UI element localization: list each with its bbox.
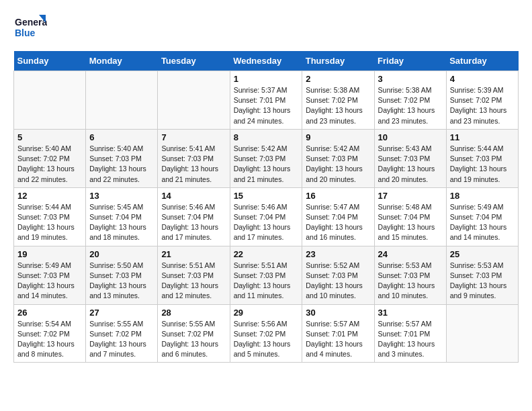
day-number: 31: [378, 308, 443, 318]
weekday-header: Tuesday: [158, 51, 230, 71]
day-number: 8: [234, 132, 299, 142]
weekday-header: Friday: [374, 51, 446, 71]
svg-text:Blue: Blue: [15, 28, 36, 38]
calendar-table: SundayMondayTuesdayWednesdayThursdayFrid…: [13, 51, 519, 363]
day-info: Sunrise: 5:46 AM Sunset: 7:04 PM Dayligh…: [161, 202, 226, 243]
calendar-cell: 26Sunrise: 5:54 AM Sunset: 7:02 PM Dayli…: [14, 304, 86, 363]
day-number: 26: [17, 308, 82, 318]
day-number: 6: [89, 132, 154, 142]
calendar-cell: 23Sunrise: 5:52 AM Sunset: 7:03 PM Dayli…: [302, 246, 374, 304]
logo: GeneralBlue: [13, 13, 47, 40]
day-info: Sunrise: 5:49 AM Sunset: 7:04 PM Dayligh…: [450, 202, 515, 243]
day-info: Sunrise: 5:55 AM Sunset: 7:02 PM Dayligh…: [161, 319, 226, 360]
day-info: Sunrise: 5:53 AM Sunset: 7:03 PM Dayligh…: [450, 261, 515, 302]
day-number: 9: [306, 132, 370, 142]
day-info: Sunrise: 5:51 AM Sunset: 7:03 PM Dayligh…: [161, 261, 226, 302]
day-number: 19: [17, 249, 82, 259]
calendar-cell: 10Sunrise: 5:43 AM Sunset: 7:03 PM Dayli…: [374, 129, 446, 187]
calendar-cell: 13Sunrise: 5:45 AM Sunset: 7:04 PM Dayli…: [86, 187, 158, 246]
day-number: 11: [450, 132, 515, 142]
day-number: 7: [161, 132, 226, 142]
calendar-cell: 16Sunrise: 5:47 AM Sunset: 7:04 PM Dayli…: [302, 187, 374, 246]
day-info: Sunrise: 5:45 AM Sunset: 7:04 PM Dayligh…: [89, 202, 154, 243]
day-number: 4: [450, 74, 515, 84]
day-info: Sunrise: 5:57 AM Sunset: 7:01 PM Dayligh…: [378, 319, 443, 360]
calendar-cell: 9Sunrise: 5:42 AM Sunset: 7:03 PM Daylig…: [302, 129, 374, 187]
day-info: Sunrise: 5:44 AM Sunset: 7:03 PM Dayligh…: [17, 202, 82, 243]
day-number: 17: [378, 191, 443, 201]
header: GeneralBlue: [13, 13, 519, 40]
calendar-cell: 14Sunrise: 5:46 AM Sunset: 7:04 PM Dayli…: [158, 187, 230, 246]
weekday-header: Sunday: [14, 51, 86, 71]
day-info: Sunrise: 5:51 AM Sunset: 7:03 PM Dayligh…: [234, 261, 299, 302]
calendar-cell: 11Sunrise: 5:44 AM Sunset: 7:03 PM Dayli…: [446, 129, 518, 187]
day-number: 10: [378, 132, 443, 142]
calendar-cell: 31Sunrise: 5:57 AM Sunset: 7:01 PM Dayli…: [374, 304, 446, 363]
day-number: 30: [306, 308, 370, 318]
day-info: Sunrise: 5:42 AM Sunset: 7:03 PM Dayligh…: [234, 144, 299, 185]
day-number: 15: [234, 191, 299, 201]
day-info: Sunrise: 5:41 AM Sunset: 7:03 PM Dayligh…: [161, 144, 226, 185]
day-info: Sunrise: 5:43 AM Sunset: 7:03 PM Dayligh…: [378, 144, 443, 185]
calendar-cell: [158, 71, 230, 130]
calendar-cell: 4Sunrise: 5:39 AM Sunset: 7:02 PM Daylig…: [446, 71, 518, 130]
calendar-cell: [86, 71, 158, 130]
weekday-header: Saturday: [446, 51, 518, 71]
day-info: Sunrise: 5:49 AM Sunset: 7:03 PM Dayligh…: [17, 261, 82, 302]
day-number: 21: [161, 249, 226, 259]
calendar-cell: 28Sunrise: 5:55 AM Sunset: 7:02 PM Dayli…: [158, 304, 230, 363]
calendar-cell: 25Sunrise: 5:53 AM Sunset: 7:03 PM Dayli…: [446, 246, 518, 304]
day-number: 27: [89, 308, 154, 318]
day-info: Sunrise: 5:57 AM Sunset: 7:01 PM Dayligh…: [306, 319, 370, 360]
calendar-cell: 18Sunrise: 5:49 AM Sunset: 7:04 PM Dayli…: [446, 187, 518, 246]
day-number: 25: [450, 249, 515, 259]
day-number: 16: [306, 191, 370, 201]
calendar-cell: 1Sunrise: 5:37 AM Sunset: 7:01 PM Daylig…: [230, 71, 302, 130]
calendar-cell: 15Sunrise: 5:46 AM Sunset: 7:04 PM Dayli…: [230, 187, 302, 246]
day-info: Sunrise: 5:42 AM Sunset: 7:03 PM Dayligh…: [306, 144, 370, 185]
calendar-cell: 5Sunrise: 5:40 AM Sunset: 7:02 PM Daylig…: [14, 129, 86, 187]
calendar-cell: 8Sunrise: 5:42 AM Sunset: 7:03 PM Daylig…: [230, 129, 302, 187]
calendar-cell: 24Sunrise: 5:53 AM Sunset: 7:03 PM Dayli…: [374, 246, 446, 304]
day-number: 18: [450, 191, 515, 201]
day-info: Sunrise: 5:37 AM Sunset: 7:01 PM Dayligh…: [234, 85, 299, 126]
calendar-week-row: 19Sunrise: 5:49 AM Sunset: 7:03 PM Dayli…: [14, 246, 519, 304]
calendar-cell: 19Sunrise: 5:49 AM Sunset: 7:03 PM Dayli…: [14, 246, 86, 304]
day-number: 5: [17, 132, 82, 142]
day-number: 14: [161, 191, 226, 201]
calendar-week-row: 5Sunrise: 5:40 AM Sunset: 7:02 PM Daylig…: [14, 129, 519, 187]
calendar-cell: 7Sunrise: 5:41 AM Sunset: 7:03 PM Daylig…: [158, 129, 230, 187]
day-number: 2: [306, 74, 370, 84]
day-info: Sunrise: 5:50 AM Sunset: 7:03 PM Dayligh…: [89, 261, 154, 302]
day-info: Sunrise: 5:48 AM Sunset: 7:04 PM Dayligh…: [378, 202, 443, 243]
day-number: 24: [378, 249, 443, 259]
day-info: Sunrise: 5:38 AM Sunset: 7:02 PM Dayligh…: [306, 85, 370, 126]
day-info: Sunrise: 5:39 AM Sunset: 7:02 PM Dayligh…: [450, 85, 515, 126]
day-info: Sunrise: 5:40 AM Sunset: 7:03 PM Dayligh…: [89, 144, 154, 185]
day-info: Sunrise: 5:44 AM Sunset: 7:03 PM Dayligh…: [450, 144, 515, 185]
day-info: Sunrise: 5:40 AM Sunset: 7:02 PM Dayligh…: [17, 144, 82, 185]
day-info: Sunrise: 5:53 AM Sunset: 7:03 PM Dayligh…: [378, 261, 443, 302]
calendar-cell: 6Sunrise: 5:40 AM Sunset: 7:03 PM Daylig…: [86, 129, 158, 187]
weekday-header: Thursday: [302, 51, 374, 71]
calendar-cell: 29Sunrise: 5:56 AM Sunset: 7:02 PM Dayli…: [230, 304, 302, 363]
calendar-week-row: 26Sunrise: 5:54 AM Sunset: 7:02 PM Dayli…: [14, 304, 519, 363]
day-info: Sunrise: 5:54 AM Sunset: 7:02 PM Dayligh…: [17, 319, 82, 360]
day-info: Sunrise: 5:38 AM Sunset: 7:02 PM Dayligh…: [378, 85, 443, 126]
day-info: Sunrise: 5:46 AM Sunset: 7:04 PM Dayligh…: [234, 202, 299, 243]
day-number: 1: [234, 74, 299, 84]
day-number: 22: [234, 249, 299, 259]
calendar-cell: 22Sunrise: 5:51 AM Sunset: 7:03 PM Dayli…: [230, 246, 302, 304]
calendar-cell: 27Sunrise: 5:55 AM Sunset: 7:02 PM Dayli…: [86, 304, 158, 363]
calendar-cell: 30Sunrise: 5:57 AM Sunset: 7:01 PM Dayli…: [302, 304, 374, 363]
calendar-cell: 21Sunrise: 5:51 AM Sunset: 7:03 PM Dayli…: [158, 246, 230, 304]
calendar-cell: 17Sunrise: 5:48 AM Sunset: 7:04 PM Dayli…: [374, 187, 446, 246]
calendar-cell: [14, 71, 86, 130]
calendar-cell: 2Sunrise: 5:38 AM Sunset: 7:02 PM Daylig…: [302, 71, 374, 130]
day-number: 29: [234, 308, 299, 318]
logo-icon: GeneralBlue: [13, 13, 47, 40]
calendar-week-row: 12Sunrise: 5:44 AM Sunset: 7:03 PM Dayli…: [14, 187, 519, 246]
weekday-header: Monday: [86, 51, 158, 71]
calendar-cell: 3Sunrise: 5:38 AM Sunset: 7:02 PM Daylig…: [374, 71, 446, 130]
weekday-header-row: SundayMondayTuesdayWednesdayThursdayFrid…: [14, 51, 519, 71]
